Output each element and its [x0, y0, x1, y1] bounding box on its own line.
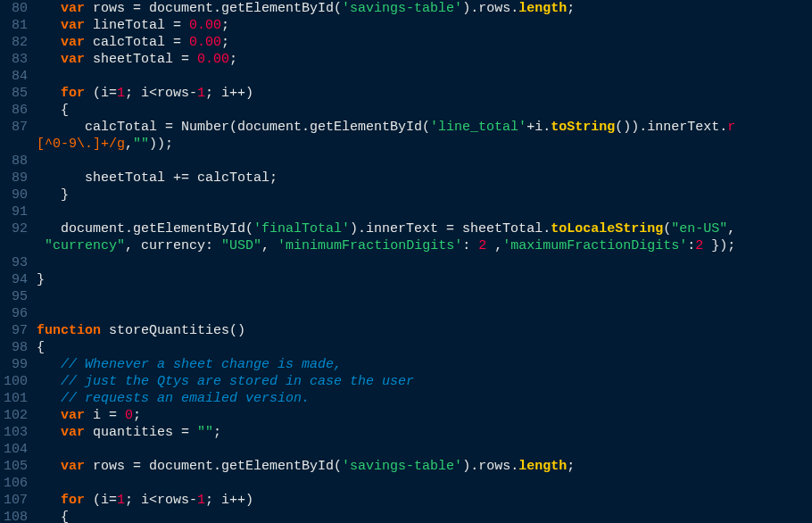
code-line[interactable]: { — [37, 102, 812, 119]
token-id: ; i++) — [205, 86, 253, 101]
code-line[interactable]: var rows = document.getElementById('savi… — [37, 0, 812, 17]
token-num: 0.00 — [197, 52, 229, 67]
code-line[interactable] — [37, 305, 812, 322]
code-line[interactable]: sheetTotal += calcTotal; — [37, 170, 812, 187]
token-str: 'savings-table' — [342, 459, 462, 474]
token-id: document.getElementById( — [37, 221, 253, 237]
code-line[interactable]: // just the Qtys are stored in case the … — [37, 373, 812, 390]
code-line[interactable]: [^0-9\.]+/g,"")); — [37, 136, 812, 153]
code-line[interactable] — [37, 475, 812, 492]
code-editor[interactable]: 8081828384858687888990919293949596979899… — [0, 0, 812, 523]
code-line[interactable] — [37, 153, 812, 170]
token-kw: for — [61, 86, 85, 101]
token-str: 'maximumFractionDigits' — [502, 238, 687, 253]
code-line[interactable]: { — [37, 509, 812, 523]
code-line[interactable] — [37, 288, 812, 305]
line-number: 88 — [4, 153, 28, 170]
line-number: 105 — [4, 458, 28, 475]
line-number: 100 — [4, 373, 28, 390]
token-kw: var — [61, 35, 85, 50]
token-str: 'line_total' — [430, 120, 526, 135]
token-id: calcTotal = Number(document.getElementBy… — [37, 120, 430, 135]
token-num: 1 — [197, 493, 205, 508]
token-id: i = — [85, 408, 125, 423]
token-id: quantities = — [85, 425, 197, 440]
token-kw: var — [61, 1, 85, 16]
code-line[interactable]: var quantities = ""; — [37, 424, 812, 441]
token-id: }); — [703, 238, 735, 253]
token-kw: var — [61, 459, 85, 474]
code-line[interactable]: } — [37, 271, 812, 288]
token-id: (i= — [85, 86, 117, 101]
code-line[interactable]: } — [37, 187, 812, 203]
token-str: "" — [197, 425, 213, 440]
code-line[interactable]: for (i=1; i<rows-1; i++) — [37, 492, 812, 509]
token-id: ; — [567, 459, 575, 474]
line-number: 92 — [4, 220, 28, 237]
token-id: (i= — [85, 493, 117, 508]
token-id: , — [486, 238, 502, 253]
code-line[interactable]: calcTotal = Number(document.getElementBy… — [37, 119, 812, 136]
token-id: ; i<rows- — [125, 493, 197, 508]
token-id — [37, 18, 61, 33]
line-number: 103 — [4, 424, 28, 441]
token-id — [37, 52, 61, 67]
token-kw: var — [61, 408, 85, 423]
line-number: 95 — [4, 288, 28, 305]
code-line[interactable]: "currency", currency: "USD", 'minimumFra… — [37, 237, 812, 254]
code-line[interactable]: var i = 0; — [37, 407, 812, 424]
code-line[interactable]: var lineTotal = 0.00; — [37, 17, 812, 34]
code-line[interactable]: document.getElementById('finalTotal').in… — [37, 220, 812, 237]
token-cut: r — [727, 120, 735, 135]
token-id — [37, 425, 61, 440]
token-id: ).innerText = sheetTotal. — [350, 221, 551, 237]
token-fn: length — [518, 1, 567, 16]
token-id — [37, 493, 61, 508]
line-number: 84 — [4, 68, 28, 85]
token-cm: // just the Qtys are stored in case the … — [61, 374, 414, 389]
token-id — [37, 391, 61, 406]
line-number: 106 — [4, 475, 28, 492]
token-str: "currency" — [45, 238, 125, 253]
token-fn: toString — [551, 120, 615, 135]
token-num: 0.00 — [189, 35, 221, 50]
line-number: 101 — [4, 390, 28, 407]
token-str: "" — [133, 137, 149, 152]
code-line[interactable]: // Whenever a sheet change is made, — [37, 356, 812, 373]
token-id: lineTotal = — [85, 18, 189, 33]
token-id: )); — [149, 137, 173, 152]
code-line[interactable]: function storeQuantities() — [37, 322, 812, 339]
token-id: ; — [567, 1, 575, 16]
token-id: { — [37, 103, 69, 118]
line-number — [4, 237, 28, 254]
code-line[interactable] — [37, 203, 812, 220]
token-id: } — [37, 187, 69, 203]
token-kw: var — [61, 18, 85, 33]
token-num: 0 — [125, 408, 133, 423]
line-number: 83 — [4, 51, 28, 68]
token-str: "USD" — [221, 238, 261, 253]
line-number: 96 — [4, 305, 28, 322]
token-id: { — [37, 510, 69, 523]
code-line[interactable]: var rows = document.getElementById('savi… — [37, 458, 812, 475]
code-line[interactable]: var calcTotal = 0.00; — [37, 34, 812, 51]
token-id: , currency: — [125, 238, 221, 253]
token-num: 1 — [117, 493, 125, 508]
token-id: : — [462, 238, 478, 253]
code-line[interactable] — [37, 441, 812, 458]
token-id: ; — [221, 35, 229, 50]
code-line[interactable]: var sheetTotal = 0.00; — [37, 51, 812, 68]
code-line[interactable]: // requests an emailed version. — [37, 390, 812, 407]
token-id — [37, 1, 61, 16]
code-line[interactable]: { — [37, 339, 812, 356]
code-content[interactable]: var rows = document.getElementById('savi… — [35, 0, 812, 523]
code-line[interactable] — [37, 68, 812, 85]
token-id: } — [37, 272, 45, 287]
line-number: 80 — [4, 0, 28, 17]
code-line[interactable] — [37, 254, 812, 271]
code-line[interactable]: for (i=1; i<rows-1; i++) — [37, 85, 812, 102]
token-cm: // Whenever a sheet change is made, — [61, 357, 342, 372]
token-id: ; — [213, 425, 221, 440]
token-str: "en-US" — [671, 221, 727, 237]
line-number: 90 — [4, 187, 28, 203]
